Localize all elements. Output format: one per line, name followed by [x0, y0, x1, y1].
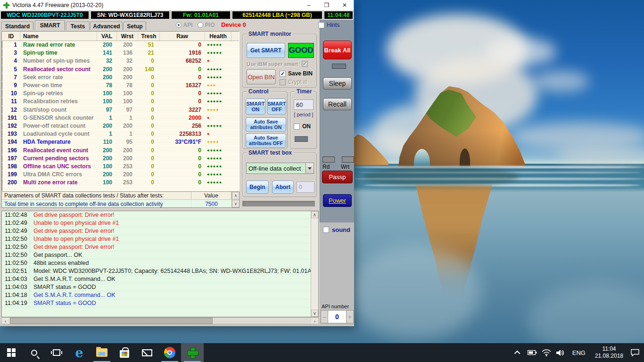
- begin-button[interactable]: Begin: [246, 181, 269, 194]
- break-all-button[interactable]: Break All: [323, 41, 352, 59]
- smart-attribute-row[interactable]: 192Power-off retract count2002000256●●●●…: [2, 122, 239, 130]
- app-icon: [3, 2, 9, 8]
- save-bin-checkbox[interactable]: [280, 71, 286, 77]
- attribute-wrst: 200: [117, 123, 138, 129]
- api-minus-button[interactable]: –: [321, 310, 328, 323]
- tab-setup[interactable]: Setup: [124, 22, 146, 30]
- log-message: Get drive passport: Drive error!: [29, 227, 318, 235]
- taskbar-mail[interactable]: [136, 343, 158, 362]
- log-output[interactable]: 11:02:48Get drive passport: Drive error!…: [1, 211, 319, 317]
- passport-button[interactable]: Passp: [322, 171, 353, 183]
- smart-attributes-table[interactable]: ID Name VAL Wrst Tresh Raw Health 1Raw r…: [1, 31, 239, 191]
- header-wrst: Wrst: [117, 32, 138, 41]
- api-plus-button[interactable]: +: [346, 310, 354, 323]
- smart-attribute-row[interactable]: 12Start/stop count979703227●●●●: [2, 106, 239, 114]
- dropdown-arrow-icon[interactable]: [305, 163, 314, 173]
- recall-button[interactable]: Recall: [323, 98, 352, 110]
- wifi-icon[interactable]: [540, 343, 553, 362]
- timer-period-input[interactable]: 60: [294, 99, 314, 110]
- log-vertical-scrollbar[interactable]: ∧ ∨: [311, 211, 318, 317]
- scroll-down-icon[interactable]: ∨: [311, 310, 318, 317]
- param-row[interactable]: Total time in seconds to complete off-li…: [2, 200, 239, 208]
- pio-radio[interactable]: [198, 22, 203, 28]
- taskbar-edge[interactable]: e: [68, 343, 91, 362]
- smart-attribute-row[interactable]: 194HDA Temperature11095033°C/91°F●●●●: [2, 138, 239, 146]
- open-bin-button[interactable]: Open BIN: [247, 69, 276, 84]
- hints-checkbox[interactable]: [318, 22, 324, 28]
- scroll-left-icon[interactable]: ‹: [2, 318, 9, 324]
- action-center-icon[interactable]: [629, 343, 641, 362]
- title-bar[interactable]: Victoria 4.47 Freeware (2013-02-20) – ❐ …: [0, 0, 354, 10]
- smart-attribute-row[interactable]: 191G-SENSOR shock counter1102000●: [2, 114, 239, 122]
- smart-attribute-row[interactable]: 198Offline scan UNC sectors10025300●●●●●: [2, 163, 239, 171]
- sleep-button[interactable]: Sleep: [323, 77, 352, 90]
- taskbar-search[interactable]: [23, 343, 45, 362]
- smart-attribute-row[interactable]: 9Power-on time7878016327●●●: [2, 82, 239, 90]
- param-header-value: Value: [191, 192, 231, 199]
- scroll-right-icon[interactable]: ›: [311, 318, 318, 324]
- log-message: Get S.M.A.R.T. command... OK: [29, 291, 318, 299]
- attribute-val: 100: [97, 90, 117, 97]
- tab-tests[interactable]: Tests: [66, 22, 90, 30]
- attribute-val: 32: [97, 58, 117, 64]
- log-horizontal-scrollbar[interactable]: ‹ ›: [1, 317, 319, 324]
- smart-attribute-row[interactable]: 197Current pending sectors20020000●●●●●: [2, 155, 239, 163]
- get-smart-button[interactable]: Get SMART: [247, 43, 285, 58]
- smart-attribute-row[interactable]: 10Spin-up retries10010000●●●●●: [2, 90, 239, 98]
- control-group: Control SMART ON SMART OFF Auto Save att…: [242, 91, 288, 149]
- smart-attribute-row[interactable]: 3Spin-up time141136211916●●●●●: [2, 49, 239, 57]
- power-button[interactable]: Power: [323, 194, 352, 207]
- scroll-down-icon[interactable]: ∨: [232, 200, 239, 207]
- start-button[interactable]: [0, 343, 23, 362]
- log-time: 11:04:03: [2, 276, 29, 282]
- smart-attribute-row[interactable]: 7Seek error rate20020000●●●●●: [2, 74, 239, 82]
- smart-on-button[interactable]: SMART ON: [246, 99, 265, 115]
- taskbar-store[interactable]: [113, 343, 136, 362]
- battery-icon[interactable]: [526, 343, 538, 362]
- smart-attribute-row[interactable]: 193Load/unload cycle count1102258313●: [2, 130, 239, 138]
- close-button[interactable]: ✕: [336, 0, 354, 10]
- attribute-raw: 256: [160, 123, 205, 129]
- sound-checkbox[interactable]: [323, 227, 329, 233]
- minimize-button[interactable]: –: [300, 0, 318, 10]
- param-table-scrollbar[interactable]: ∧ ∨: [231, 192, 239, 207]
- language-indicator[interactable]: ENG: [569, 349, 589, 356]
- attribute-raw: 0: [160, 66, 205, 73]
- health-dots: ●●●●●: [205, 75, 231, 80]
- taskbar-chrome[interactable]: [158, 343, 181, 362]
- volume-icon[interactable]: [554, 343, 567, 362]
- abort-button[interactable]: Abort: [272, 181, 294, 194]
- tray-chevron-icon[interactable]: [512, 343, 524, 362]
- taskbar-file-explorer[interactable]: [91, 343, 113, 362]
- tab-standard[interactable]: Standard: [1, 22, 33, 30]
- smart-attribute-row[interactable]: 196Reallocated event count20020000●●●●●: [2, 146, 239, 154]
- smart-attribute-row[interactable]: 4Number of spin-up times3232068252●: [2, 57, 239, 65]
- autosave-on-button[interactable]: Auto Save attributes ON: [246, 117, 286, 132]
- task-view-button[interactable]: [45, 343, 68, 362]
- taskbar-victoria[interactable]: [181, 343, 204, 362]
- autosave-off-button[interactable]: Auto Save attributes OFF: [246, 133, 286, 148]
- tray-clock[interactable]: 11:04 21.08.2018: [591, 346, 627, 360]
- attribute-name: Number of spin-up times: [21, 58, 97, 64]
- log-time: 11:02:50: [2, 252, 29, 258]
- scroll-up-icon[interactable]: ∧: [232, 192, 239, 199]
- drive-serial: SN: WD-WXG1E82RLJ73: [91, 11, 170, 19]
- header-raw: Raw: [160, 32, 205, 41]
- smart-parameters-table[interactable]: Parameters of SMART data collections tes…: [1, 191, 239, 208]
- smart-attribute-row[interactable]: 5Reallocated sector count2002001400●●●●●: [2, 66, 239, 74]
- smart-off-button[interactable]: SMART OFF: [267, 99, 286, 115]
- test-count-field[interactable]: 0: [297, 181, 314, 193]
- timer-on-checkbox[interactable]: [294, 123, 300, 130]
- smart-attribute-row[interactable]: 200Multi zone error rate10025300●●●●●: [2, 179, 239, 187]
- smart-attribute-row[interactable]: 199Ultra DMA CRC errors20020000●●●●●: [2, 171, 239, 179]
- tab-advanced[interactable]: Advanced: [91, 22, 123, 30]
- api-radio[interactable]: [176, 22, 182, 28]
- smart-attribute-row[interactable]: 11Recalibration retries10010000●●●●●: [2, 98, 239, 106]
- maximize-button[interactable]: ❐: [318, 0, 336, 10]
- test-select-dropdown[interactable]: Off-line data collect: [246, 163, 314, 174]
- smart-attribute-row[interactable]: 1Raw read error rate200200510●●●●●: [2, 41, 239, 49]
- health-dots: ●: [205, 132, 231, 136]
- scrollbar-thumb[interactable]: [10, 318, 213, 324]
- tab-smart[interactable]: SMART: [35, 20, 65, 30]
- scroll-up-icon[interactable]: ∧: [311, 211, 318, 218]
